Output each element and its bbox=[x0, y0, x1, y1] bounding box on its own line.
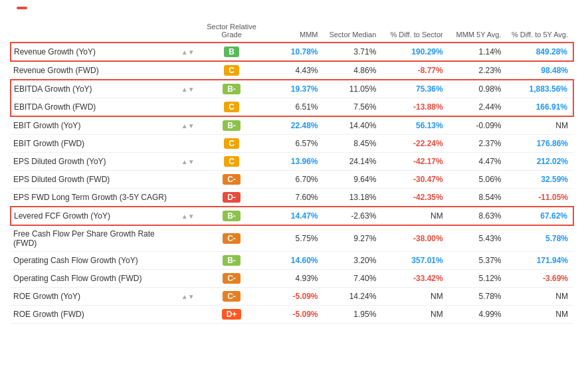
sector-median-value: 9.64% bbox=[324, 171, 382, 189]
pct-diff-sector-value: 357.01% bbox=[381, 252, 448, 270]
table-row: Revenue Growth (YoY)▲▼B10.78%3.71%190.29… bbox=[11, 43, 573, 61]
sector-median-value: 4.86% bbox=[324, 61, 382, 80]
grade-cell: B bbox=[198, 43, 264, 61]
pct-diff-sector-value: 75.36% bbox=[381, 80, 448, 98]
mmm-value: 19.37% bbox=[265, 80, 324, 98]
pct-diff-sector-value: -8.77% bbox=[381, 61, 448, 80]
sector-median-value: 7.40% bbox=[324, 270, 382, 288]
table-row: ROE Growth (FWD)D+-5.09%1.95%NM4.99%NM bbox=[11, 306, 573, 324]
mmm-5y-avg-value: 8.54% bbox=[448, 189, 507, 207]
grade-pill: D+ bbox=[222, 309, 242, 320]
metric-name: Operating Cash Flow Growth (FWD) bbox=[11, 270, 177, 288]
metric-name: EBIT Growth (FWD) bbox=[11, 135, 177, 153]
mmm-value: 7.60% bbox=[265, 189, 324, 207]
mmm-value: 4.43% bbox=[265, 61, 324, 80]
pct-diff-5y-value: 67.62% bbox=[507, 207, 573, 225]
mmm-value: 6.57% bbox=[265, 135, 324, 153]
metric-name: Operating Cash Flow Growth (YoY) bbox=[11, 252, 177, 270]
col-header-mmm: MMM bbox=[265, 19, 324, 43]
grade-pill: C- bbox=[223, 273, 241, 284]
table-row: Operating Cash Flow Growth (YoY)B-14.60%… bbox=[11, 252, 573, 270]
pct-diff-5y-value: 32.59% bbox=[507, 171, 573, 189]
grade-pill: C bbox=[224, 138, 239, 149]
metric-name: Revenue Growth (YoY) bbox=[11, 43, 177, 61]
grade-pill: C bbox=[224, 65, 239, 76]
metric-name: Levered FCF Growth (YoY) bbox=[11, 207, 177, 225]
trend-icon: ▲▼ bbox=[177, 43, 198, 61]
mmm-5y-avg-value: 5.37% bbox=[448, 252, 507, 270]
trend-icon bbox=[177, 189, 198, 207]
col-header-metric bbox=[11, 19, 177, 43]
trend-icon: ▲▼ bbox=[177, 288, 198, 306]
sector-median-value: 14.40% bbox=[324, 116, 382, 135]
col-header-diff-5y: % Diff. to 5Y Avg. bbox=[507, 19, 573, 43]
mmm-value: 14.60% bbox=[265, 252, 324, 270]
mmm-value: -5.09% bbox=[265, 288, 324, 306]
metric-name: EBITDA Growth (YoY) bbox=[11, 80, 177, 98]
grade-badge bbox=[17, 7, 27, 9]
pct-diff-5y-value: 176.86% bbox=[507, 135, 573, 153]
pct-diff-5y-value: NM bbox=[507, 306, 573, 324]
grade-pill: C- bbox=[223, 233, 241, 244]
pct-diff-5y-value: -3.69% bbox=[507, 270, 573, 288]
mmm-5y-avg-value: 5.06% bbox=[448, 171, 507, 189]
pct-diff-sector-value: NM bbox=[381, 207, 448, 225]
pct-diff-5y-value: 171.94% bbox=[507, 252, 573, 270]
grade-pill: C- bbox=[223, 291, 241, 302]
mmm-5y-avg-value: 1.14% bbox=[448, 43, 507, 61]
metric-name: ROE Growth (FWD) bbox=[11, 306, 177, 324]
metric-name: EPS Diluted Growth (FWD) bbox=[11, 171, 177, 189]
pct-diff-5y-value: 166.91% bbox=[507, 98, 573, 117]
grade-pill: C- bbox=[223, 174, 241, 185]
table-row: EBITDA Growth (YoY)▲▼B-19.37%11.05%75.36… bbox=[11, 80, 573, 98]
table-row: Free Cash Flow Per Share Growth Rate (FW… bbox=[11, 225, 573, 252]
sector-median-value: 3.20% bbox=[324, 252, 382, 270]
trend-icon bbox=[177, 135, 198, 153]
sector-median-value: 14.24% bbox=[324, 288, 382, 306]
table-row: EPS FWD Long Term Growth (3-5Y CAGR)D-7.… bbox=[11, 189, 573, 207]
grade-cell: B- bbox=[198, 116, 264, 135]
mmm-value: 6.51% bbox=[265, 98, 324, 117]
mmm-value: 6.70% bbox=[265, 171, 324, 189]
mmm-value: 10.78% bbox=[265, 43, 324, 61]
trend-icon: ▲▼ bbox=[177, 207, 198, 225]
trend-icon: ▲▼ bbox=[177, 153, 198, 171]
metric-name: Revenue Growth (FWD) bbox=[11, 61, 177, 80]
grade-cell: D+ bbox=[198, 306, 264, 324]
mmm-5y-avg-value: 5.12% bbox=[448, 270, 507, 288]
sector-median-value: 7.56% bbox=[324, 98, 382, 117]
grade-cell: C- bbox=[198, 270, 264, 288]
pct-diff-5y-value: -11.05% bbox=[507, 189, 573, 207]
mmm-5y-avg-value: 0.98% bbox=[448, 80, 507, 98]
col-header-grade: Sector Relative Grade bbox=[198, 19, 264, 43]
pct-diff-sector-value: -33.42% bbox=[381, 270, 448, 288]
col-header-5y-avg: MMM 5Y Avg. bbox=[448, 19, 507, 43]
sector-median-value: -2.63% bbox=[324, 207, 382, 225]
grade-pill: D- bbox=[223, 192, 241, 203]
grade-cell: C bbox=[198, 135, 264, 153]
pct-diff-5y-value: NM bbox=[507, 116, 573, 135]
grade-cell: C- bbox=[198, 288, 264, 306]
pct-diff-5y-value: 98.48% bbox=[507, 61, 573, 80]
mmm-5y-avg-value: 5.78% bbox=[448, 288, 507, 306]
grade-cell: B- bbox=[198, 80, 264, 98]
table-row: Levered FCF Growth (YoY)▲▼B-14.47%-2.63%… bbox=[11, 207, 573, 225]
grade-pill: B- bbox=[223, 211, 241, 221]
trend-icon bbox=[177, 171, 198, 189]
sector-median-value: 24.14% bbox=[324, 153, 382, 171]
mmm-value: -5.09% bbox=[265, 306, 324, 324]
mmm-5y-avg-value: 4.47% bbox=[448, 153, 507, 171]
pct-diff-sector-value: 190.29% bbox=[381, 43, 448, 61]
pct-diff-sector-value: -42.35% bbox=[381, 189, 448, 207]
pct-diff-sector-value: 56.13% bbox=[381, 116, 448, 135]
pct-diff-5y-value: 5.78% bbox=[507, 225, 573, 252]
trend-icon bbox=[177, 61, 198, 80]
pct-diff-sector-value: NM bbox=[381, 288, 448, 306]
mmm-5y-avg-value: 2.23% bbox=[448, 61, 507, 80]
grade-cell: B- bbox=[198, 207, 264, 225]
metric-name: EBIT Growth (YoY) bbox=[11, 116, 177, 135]
pct-diff-5y-value: NM bbox=[507, 288, 573, 306]
grade-cell: C bbox=[198, 98, 264, 117]
grade-pill: B- bbox=[223, 84, 241, 94]
pct-diff-sector-value: -22.24% bbox=[381, 135, 448, 153]
